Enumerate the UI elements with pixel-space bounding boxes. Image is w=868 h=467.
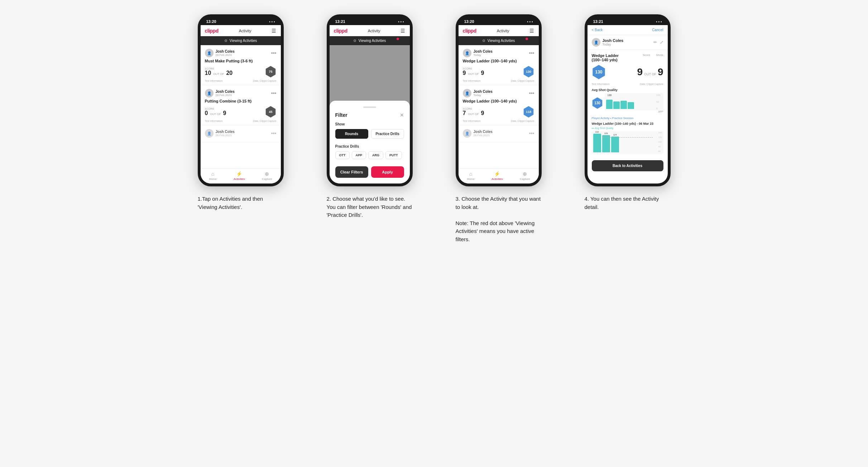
hamburger-icon-2[interactable]: ☰ [401, 28, 405, 34]
activity-title-1-1: Must Make Putting (3-6 ft) [205, 59, 277, 63]
card-header-3-3: 👤 Josh Coles 28 Feb 2023 ••• [463, 129, 534, 138]
drill-chip-arg-2[interactable]: ARG [368, 151, 383, 159]
detail-data-info-4: Test Information Data: Clippd Capture [592, 83, 663, 85]
avg-shot-quality-section-4: Avg Shot Quality 130 100 50 0 [592, 88, 663, 113]
activity-card-3-3[interactable]: 👤 Josh Coles 28 Feb 2023 ••• [459, 125, 539, 142]
filter-modal-overlay-2[interactable]: Filter ✕ Show Rounds Practice Drills Pra… [330, 45, 410, 184]
score-group-3-2: 7 OUT OF 9 [463, 110, 484, 116]
data-source-3-2: Data: Clippd Capture [511, 120, 534, 122]
avatar-1-2: 👤 [205, 89, 214, 97]
dots-menu-3-1[interactable]: ••• [529, 50, 534, 56]
user-name-1-1: Josh Coles [216, 49, 235, 53]
detail-user-date-4: Today [603, 43, 624, 46]
session-link-4[interactable]: Player Activity • Practice Session [592, 116, 663, 120]
card-header-1-3: 👤 Josh Coles 28 Feb 2023 ••• [205, 129, 277, 138]
scroll-area-1[interactable]: 👤 Josh Coles 28 Feb 2023 ••• Must Make P… [201, 45, 281, 168]
drill-chip-ott-2[interactable]: OTT [335, 151, 350, 159]
score-label-3-2: Score [463, 108, 484, 110]
viewing-banner-2[interactable]: ⚙ Viewing Activities [330, 36, 410, 45]
app-logo-3: clippd [463, 28, 476, 34]
settings-icon-3: ⚙ [482, 39, 485, 43]
hamburger-icon-1[interactable]: ☰ [272, 28, 276, 34]
dots-menu-1-2[interactable]: ••• [271, 90, 277, 96]
dots-menu-1-1[interactable]: ••• [271, 50, 277, 56]
sub-chart-section-4: Wedge Ladder (100–140 yds) - 06 Mar 23 •… [592, 122, 663, 154]
stats-row-1-1: Score 10 OUT OF 20 75 [205, 66, 277, 77]
activity-card-1-3[interactable]: 👤 Josh Coles 28 Feb 2023 ••• [201, 125, 281, 142]
detail-score-value-4: 9 [637, 66, 643, 78]
app-header-3: clippd Activity ☰ [459, 25, 539, 36]
phone-screen-1: clippd Activity ☰ ⚙ Viewing Activities 👤 [201, 25, 281, 184]
time-1: 13:20 [206, 19, 216, 24]
avatar-1-3: 👤 [205, 129, 214, 138]
filter-sheet-2: Filter ✕ Show Rounds Practice Drills Pra… [330, 101, 410, 184]
app-title-2: Activity [368, 29, 380, 33]
sub-chart-legend-4: ••• Avg Shot Quality [592, 127, 663, 129]
filter-tab-rounds-2[interactable]: Rounds [335, 129, 368, 139]
activity-card-1-2[interactable]: 👤 Josh Coles 28 Feb 2023 ••• Putting Com… [201, 85, 281, 125]
data-source-1-1: Data: Clippd Capture [253, 80, 276, 82]
detail-avatar-4: 👤 [592, 38, 600, 47]
app-header-1: clippd Activity ☰ [201, 25, 281, 36]
dots-menu-3-2[interactable]: ••• [529, 90, 534, 96]
score-group-3-1: 9 OUT OF 9 [463, 70, 484, 76]
dots-menu-1-3[interactable]: ••• [271, 130, 277, 136]
activity-card-3-2[interactable]: 👤 Josh Coles Today ••• Wedge Ladder (100… [459, 85, 539, 125]
drag-handle-2 [363, 106, 376, 108]
phone-column-1: 13:20 ▪ ▪ ▪ clippd Activity ☰ ⚙ Viewing … [183, 14, 298, 211]
activities-icon-1: ⚡ [236, 171, 242, 177]
hamburger-icon-3[interactable]: ☰ [529, 28, 534, 34]
user-date-3-3: 28 Feb 2023 [474, 134, 493, 137]
nav-capture-3[interactable]: ⊕ Capture [520, 171, 530, 181]
nav-home-3[interactable]: ⌂ Home [467, 171, 474, 181]
expand-icon-4[interactable]: ⤢ [660, 40, 663, 45]
phone-column-4: 13:21 ▪ ▪ ▪ < Back Cancel 👤 Josh Coles T… [570, 14, 685, 211]
nav-home-1[interactable]: ⌂ Home [209, 171, 216, 181]
app-header-2: clippd Activity ☰ [330, 25, 410, 36]
red-dot-2 [397, 38, 399, 40]
score-group-1-2: 0 OUT OF 9 [205, 110, 226, 116]
detail-shots-value-4: 9 [658, 66, 663, 78]
bar-1-4 [606, 100, 613, 109]
user-row-3-2: 👤 Josh Coles Today [463, 89, 493, 97]
user-info-1-1: Josh Coles 28 Feb 2023 [216, 49, 235, 57]
status-icons-1: ▪ ▪ ▪ [269, 20, 275, 24]
stat-score-3-2: Score 7 OUT OF 9 [463, 108, 484, 116]
back-activities-button-4[interactable]: Back to Activities [592, 160, 663, 171]
avatar-3-2: 👤 [463, 89, 471, 97]
user-row-1-3: 👤 Josh Coles 28 Feb 2023 [205, 129, 235, 138]
nav-activities-3[interactable]: ⚡ Activities [491, 171, 503, 181]
cancel-link-4[interactable]: Cancel [652, 28, 663, 32]
viewing-banner-1[interactable]: ⚙ Viewing Activities [201, 36, 281, 45]
clear-filters-button-2[interactable]: Clear Filters [335, 166, 368, 178]
viewing-banner-3[interactable]: ⚙ Viewing Activities [459, 36, 539, 45]
sub-bar-1-wrapper-4: 132 [593, 131, 601, 152]
detail-score-headers-4: Score Shots [643, 53, 663, 57]
apply-button-2[interactable]: Apply [371, 166, 404, 178]
user-info-3-2: Josh Coles Today [474, 90, 493, 97]
back-link-4[interactable]: < Back [592, 28, 603, 32]
out-of-1-1: OUT OF [213, 72, 224, 76]
phone-screen-3: clippd Activity ☰ ⚙ Viewing Activities 👤… [459, 25, 539, 184]
status-bar-2: 13:21 ▪ ▪ ▪ [330, 17, 410, 25]
capture-icon-1: ⊕ [265, 171, 269, 177]
nav-capture-1[interactable]: ⊕ Capture [262, 171, 272, 181]
dots-menu-3-3[interactable]: ••• [529, 130, 534, 136]
out-of-3-1: OUT OF [468, 72, 479, 76]
viewing-banner-text-1: Viewing Activities [230, 39, 257, 43]
score-header-4: Score [643, 53, 650, 57]
drill-chip-app-2[interactable]: APP [352, 151, 366, 159]
user-date-1-2: 28 Feb 2023 [216, 94, 235, 97]
nav-activities-1[interactable]: ⚡ Activities [234, 171, 245, 181]
scroll-area-3[interactable]: 👤 Josh Coles Today ••• Wedge Ladder (100… [459, 45, 539, 168]
close-icon-2[interactable]: ✕ [400, 112, 404, 118]
edit-icon-4[interactable]: ✏ [653, 40, 657, 45]
detail-user-text-4: Josh Coles Today [603, 38, 624, 46]
activity-card-3-1[interactable]: 👤 Josh Coles Today ••• Wedge Ladder (100… [459, 45, 539, 85]
chart-top-label-4: 130 [608, 94, 612, 96]
activity-card-1-1[interactable]: 👤 Josh Coles 28 Feb 2023 ••• Must Make P… [201, 45, 281, 85]
filter-tab-practice-2[interactable]: Practice Drills [371, 129, 404, 139]
drill-chip-putt-2[interactable]: PUTT [385, 151, 402, 159]
phone-frame-4: 13:21 ▪ ▪ ▪ < Back Cancel 👤 Josh Coles T… [585, 14, 671, 186]
user-row-3-1: 👤 Josh Coles Today [463, 49, 493, 57]
